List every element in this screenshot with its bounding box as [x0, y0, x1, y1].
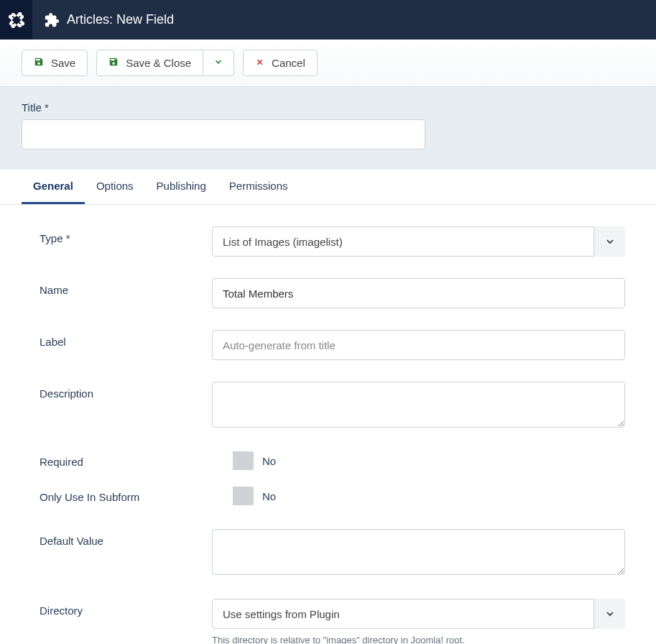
name-label: Name — [40, 278, 212, 296]
directory-label: Directory — [40, 599, 212, 617]
tab-permissions[interactable]: Permissions — [218, 170, 300, 204]
cancel-button[interactable]: Cancel — [243, 50, 318, 76]
type-label: Type * — [40, 226, 212, 244]
tab-publishing[interactable]: Publishing — [145, 170, 218, 204]
save-close-label: Save & Close — [126, 57, 191, 69]
label-input[interactable] — [212, 330, 625, 360]
subform-toggle[interactable] — [212, 487, 254, 505]
tab-options[interactable]: Options — [85, 170, 145, 204]
chevron-down-icon — [213, 57, 223, 69]
type-select[interactable]: List of Images (imagelist) — [212, 226, 625, 257]
joomla-logo[interactable] — [0, 0, 32, 40]
save-dropdown-button[interactable] — [203, 50, 234, 76]
directory-select[interactable]: Use settings from Plugin — [212, 599, 625, 629]
subform-value: No — [262, 490, 276, 502]
tabs: General Options Publishing Permissions — [0, 170, 656, 205]
puzzle-icon — [44, 12, 60, 28]
title-area: Title * — [0, 87, 656, 170]
save-close-button[interactable]: Save & Close — [96, 50, 203, 76]
toolbar: Save Save & Close Cancel — [0, 40, 656, 87]
tab-general[interactable]: General — [22, 170, 85, 204]
name-input[interactable] — [212, 278, 625, 308]
subform-label: Only Use In Subform — [40, 491, 212, 503]
title-label: Title * — [22, 101, 634, 114]
cancel-label: Cancel — [272, 57, 305, 69]
save-label: Save — [51, 57, 75, 69]
required-label: Required — [40, 456, 212, 468]
save-icon — [34, 57, 44, 69]
save-icon — [108, 57, 119, 69]
default-value-label: Default Value — [40, 529, 212, 547]
description-input[interactable] — [212, 382, 625, 428]
form-general: Type * List of Images (imagelist) Name L… — [0, 205, 656, 644]
header: Articles: New Field — [0, 0, 656, 40]
directory-help: This directory is relative to "images" d… — [212, 635, 625, 644]
save-button[interactable]: Save — [22, 50, 88, 76]
default-value-input[interactable] — [212, 529, 625, 575]
required-toggle[interactable] — [212, 451, 254, 470]
title-input[interactable] — [22, 119, 425, 150]
page-title: Articles: New Field — [67, 12, 174, 27]
required-value: No — [262, 455, 276, 467]
description-label: Description — [40, 382, 212, 400]
close-icon — [255, 57, 264, 69]
label-label: Label — [40, 330, 212, 348]
